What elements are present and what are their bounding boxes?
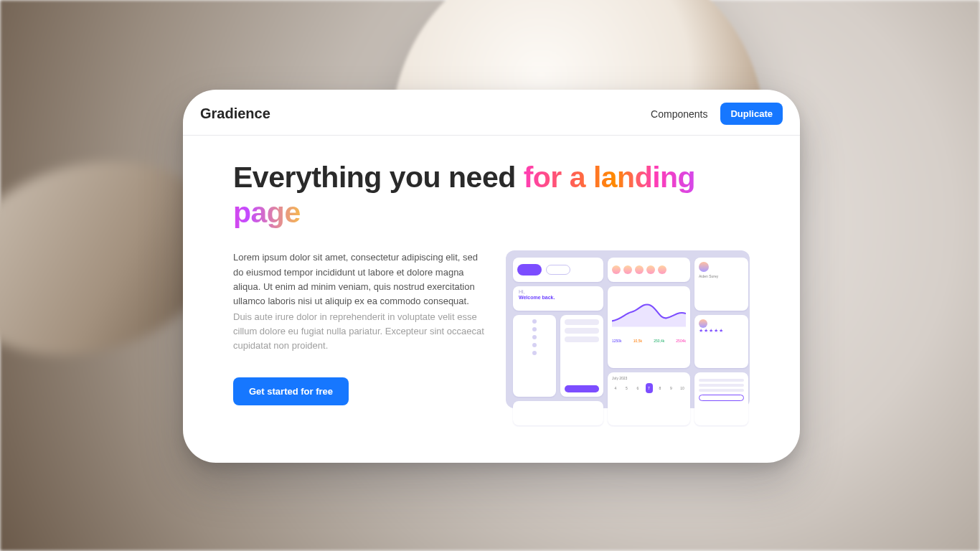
mock-profile-name: Aiden Surey	[699, 274, 744, 278]
mock-cal-day: 5	[623, 383, 631, 393]
mock-chart-svg	[612, 291, 686, 334]
top-bar: Gradience Components Duplicate	[183, 90, 800, 136]
mock-chart-tile: 1250k 10,5k 250,4k 2504k	[608, 286, 690, 368]
mock-cal-day: 9	[668, 383, 675, 393]
mock-buttons-tile	[513, 258, 603, 282]
mock-chart-val-0: 1250k	[612, 339, 622, 343]
hero-paragraph-1: Lorem ipsum dolor sit amet, consectetur …	[233, 250, 484, 309]
mock-chart-val-2: 250,4k	[654, 339, 664, 343]
mock-review-tile: ★★★★★	[694, 315, 748, 368]
hero-title-plain: Everything you need	[233, 161, 524, 194]
mock-calendar-title: July 2023	[612, 376, 686, 380]
brand-logo[interactable]: Gradience	[200, 105, 270, 122]
mock-welcome-hi: Hi,	[519, 289, 598, 295]
mock-stars-icon: ★★★★★	[699, 328, 744, 334]
mock-calendar-tile: July 2023 4 5 6 7 8 9 10	[608, 372, 690, 425]
mock-chart-val-1: 10,5k	[633, 339, 642, 343]
mock-cal-day: 4	[612, 383, 619, 393]
mock-cal-day: 6	[634, 383, 641, 393]
mock-sidenav-tile	[513, 315, 556, 397]
mock-cal-day-selected: 7	[646, 383, 653, 393]
mock-chat-tile	[513, 401, 603, 425]
hero-row: Lorem ipsum dolor sit amet, consectetur …	[233, 250, 750, 408]
mock-cal-day: 10	[679, 383, 686, 393]
mock-profile-tile: Aiden Surey	[694, 258, 748, 311]
hero-copy: Lorem ipsum dolor sit amet, consectetur …	[233, 250, 484, 408]
hero-title: Everything you need for a landing page	[233, 160, 750, 230]
hero-section: Everything you need for a landing page L…	[183, 136, 800, 408]
landing-card: Gradience Components Duplicate Everythin…	[183, 90, 800, 463]
mock-form-tile	[560, 315, 603, 397]
mock-actions-tile	[694, 372, 748, 425]
get-started-button[interactable]: Get started for free	[233, 377, 349, 405]
hero-paragraph-2: Duis aute irure dolor in reprehenderit i…	[233, 310, 484, 353]
mock-chart-val-3: 2504k	[676, 339, 686, 343]
nav-components-link[interactable]: Components	[651, 108, 707, 120]
mock-cal-day: 8	[656, 383, 664, 393]
mock-chart-legend: 1250k 10,5k 250,4k 2504k	[612, 339, 686, 343]
mock-avatars-tile	[608, 258, 690, 282]
duplicate-button[interactable]: Duplicate	[720, 103, 783, 125]
mock-welcome-tile: Hi, Welcome back.	[513, 286, 603, 311]
components-mock-image: Aiden Surey Hi, Welcome back. 1250k 10,5…	[506, 250, 750, 408]
mock-welcome-back: Welcome back.	[519, 295, 598, 301]
top-nav: Components Duplicate	[651, 103, 783, 125]
